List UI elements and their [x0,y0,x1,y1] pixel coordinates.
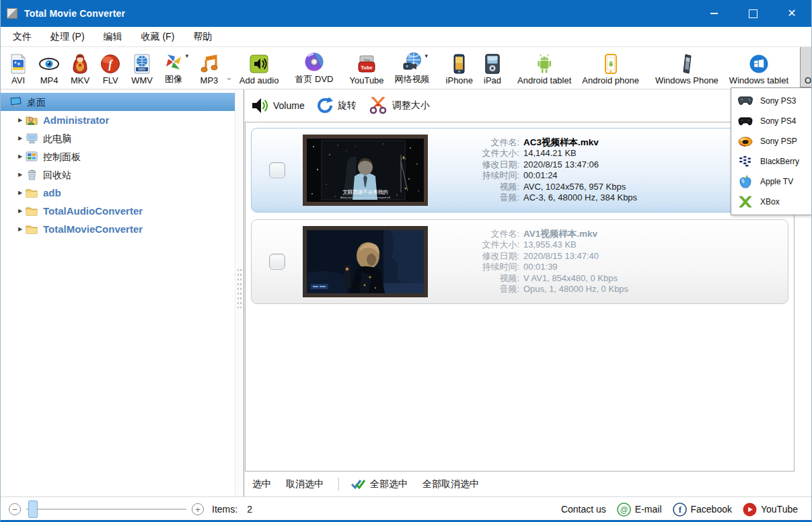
contact-us-link[interactable]: Contact us [561,504,606,515]
menu-process[interactable]: 处理 (P) [41,31,94,43]
dropdown-arrow-icon: ▼ [184,53,190,59]
menu-item-blackberry[interactable]: BlackBerry [731,151,812,172]
file-checkbox[interactable] [269,254,285,270]
resize-button[interactable]: 调整大小 [369,97,430,114]
avi-file-icon [9,54,28,74]
file-row-av1[interactable]: 文件名:AV1视频样本.mkv 文件大小:13,955.43 KB 修改日期:2… [251,219,788,304]
expand-arrow-icon[interactable]: ▶ [15,208,25,214]
menu-item-sony-ps4[interactable]: Sony PS4 [731,111,812,131]
zoom-in-icon[interactable]: + [192,503,204,515]
mp3-chevron-icon[interactable]: ⌄ [225,72,233,82]
tree-item-recycle-bin[interactable]: ▶ 回收站 [1,165,235,184]
check-all-button[interactable]: 全部选中 [351,478,408,490]
toolbar-button-windows-phone[interactable]: Windows Phone [651,47,723,87]
file-video-label: 视频: [444,182,519,193]
folder-icon [25,205,38,217]
toolbar-button-mkv[interactable]: MKV [66,47,94,87]
tree-item-this-pc[interactable]: ▶ 此电脑 [1,129,235,147]
file-duration-label: 持续时间: [444,170,519,182]
expand-arrow-icon[interactable]: ▶ [15,153,25,159]
tree-item-label: 控制面板 [43,152,81,161]
toolbar-button-web-video[interactable]: ▼ 网络视频 [390,47,435,87]
file-size-value: 13,955.43 KB [523,239,628,251]
tree-item-adb[interactable]: ▶ adb [1,184,235,202]
menu-item-apple-tv[interactable]: Apple TV [731,172,812,192]
thumbnail-subtitle-en: Alicia isn't going to have me bumped off [340,196,391,199]
menu-item-xbox[interactable]: XBox [731,192,812,212]
slider-handle[interactable] [28,500,38,518]
thumbnail-zoom-control: − + [9,500,204,519]
toolbar-button-mp4[interactable]: MP4 [34,47,65,87]
tree-item-label: 此电脑 [43,134,71,143]
toolbar-button-dvd[interactable]: 首页 DVD [290,47,338,87]
toolbar-label: iPhone [446,75,473,85]
content-area: 桌面 ▶ Administrator ▶ 此电脑 ▶ 控制面板 ▶ 回收站 [1,89,811,496]
menu-item-sony-psp[interactable]: Sony PSP [731,131,812,151]
toolbar-button-mp3[interactable]: MP3 [195,47,223,87]
expand-arrow-icon[interactable]: ▶ [15,172,25,178]
toolbar-label: 网络视频 [395,73,430,85]
volume-button[interactable]: Volume [251,98,305,114]
tree-item-administrator[interactable]: ▶ Administrator [1,111,235,129]
toolbar-button-android-tablet[interactable]: Android tablet [513,47,576,87]
zoom-out-icon[interactable]: − [9,503,21,515]
app-window: Total Movie Converter ✕ 文件 处理 (P) 编辑 收藏 … [0,0,812,522]
eye-icon [38,57,60,71]
uncheck-all-button[interactable]: 全部取消选中 [422,478,479,490]
toolbar-button-android-phone[interactable]: Android phone [577,47,644,87]
expand-arrow-icon[interactable]: ▶ [15,190,25,196]
toolbar-button-windows-tablet[interactable]: Windows tablet [725,47,793,87]
minimize-button[interactable] [694,0,733,27]
expand-arrow-icon[interactable]: ▶ [15,226,25,232]
facebook-link[interactable]: f Facebook [673,502,732,517]
toolbar-button-flv[interactable]: f FLV [96,47,125,87]
sidebar-splitter[interactable] [235,89,244,496]
menu-edit[interactable]: 编辑 [94,31,132,43]
slider-track [26,509,186,510]
expand-arrow-icon[interactable]: ▶ [15,135,25,141]
tree-item-label: adb [43,188,61,198]
file-checkbox[interactable] [269,162,285,178]
computer-icon [25,133,38,145]
uncheck-all-label: 全部取消选中 [422,478,479,490]
toolbar-button-avi[interactable]: AVI [4,47,32,87]
file-row-ac3[interactable]: 艾丽西娅不会害我的 Alicia isn't going to have me … [251,128,788,213]
toolbar-button-youtube[interactable]: YouTube YouTube [344,47,388,87]
expand-arrow-icon[interactable]: ▶ [15,117,25,123]
menu-help[interactable]: 帮助 [184,31,221,43]
tree-item-label: TotalAudioConverter [43,206,143,216]
email-link[interactable]: @ E-mail [617,502,662,517]
tree-item-total-movie-converter[interactable]: ▶ TotalMovieConverter [1,220,235,238]
toolbar-button-wmv[interactable]: WMV WMV [126,47,157,87]
svg-text:@: @ [620,505,628,514]
toolbar-button-image[interactable]: ▼ 图像 [159,47,188,87]
file-list: 艾丽西娅不会害我的 Alicia isn't going to have me … [245,122,795,472]
menu-favorites[interactable]: 收藏 (F) [132,31,184,43]
toolbar-label: YouTube [349,75,383,85]
zoom-slider[interactable] [26,500,186,519]
toolbar-button-add-audio[interactable]: Add audio [235,47,284,87]
android-robot-icon [535,54,554,74]
toolbar-button-ipad[interactable]: iPad [479,47,506,87]
tree-item-control-panel[interactable]: ▶ 控制面板 [1,147,235,165]
windows-phone-icon [681,54,693,74]
toolbar-button-iphone[interactable]: iPhone [441,47,478,87]
file-date-value: 2020/8/15 13:47:06 [523,159,637,171]
rotate-button[interactable]: 旋转 [317,98,357,114]
uncheck-button[interactable]: 取消选中 [286,478,324,490]
tree-item-total-audio-converter[interactable]: ▶ TotalAudioConverter [1,202,235,220]
maximize-button[interactable] [733,0,772,27]
menu-item-label: Sony PS4 [760,116,796,126]
tree-item-label: 桌面 [27,98,46,107]
youtube-link[interactable]: YouTube [743,502,798,517]
check-button[interactable]: 选中 [252,478,271,490]
tree-item-desktop[interactable]: 桌面 [1,93,235,111]
file-audio-label: 音频: [444,192,519,204]
close-button[interactable]: ✕ [772,0,811,27]
toolbar-label: 首页 DVD [295,73,333,85]
menu-item-sony-ps3[interactable]: Sony PS3 [731,91,812,111]
video-thumbnail: 艾丽西娅不会害我的 Alicia isn't going to have me … [303,135,428,206]
toolbar-label: 图像 [165,73,182,85]
menu-file[interactable]: 文件 [1,31,41,43]
toolbar-button-other-devices[interactable]: ▼ Other devices [800,47,811,87]
